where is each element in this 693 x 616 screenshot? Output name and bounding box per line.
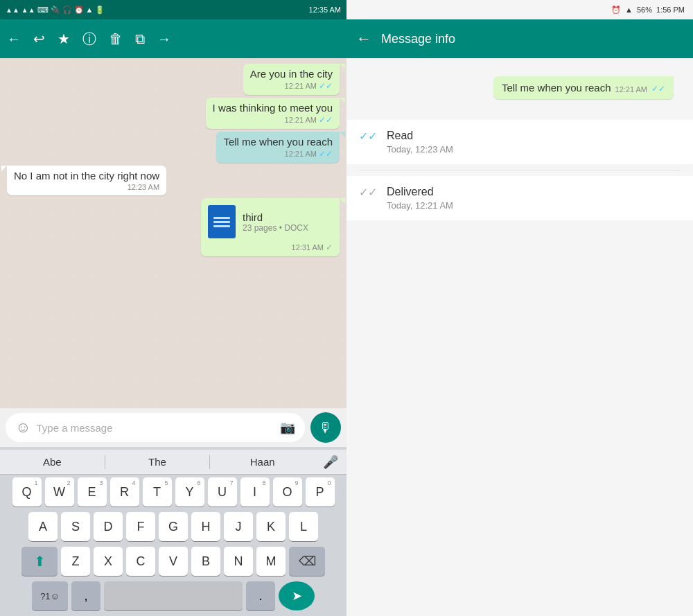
key-J[interactable]: J	[224, 512, 253, 541]
key-N[interactable]: N	[224, 547, 253, 576]
message-info-back-button[interactable]: ←	[356, 30, 371, 48]
input-bar: ☺ Type a message 📷 🎙	[0, 408, 346, 447]
key-num: 9	[295, 479, 298, 486]
info-card-divider	[359, 170, 681, 170]
key-Q[interactable]: 1Q	[12, 477, 42, 507]
reply-button[interactable]: ↩	[33, 30, 45, 47]
keyboard-mic-icon[interactable]: 🎤	[315, 455, 346, 470]
key-X[interactable]: X	[94, 547, 123, 576]
left-time: 12:35 AM	[309, 6, 341, 14]
read-title: Read	[387, 130, 453, 142]
status-bar-left: ▲▲ ▲▲ ⌨ 🔌 🎧 ⏰ ▲ 🔋	[6, 6, 105, 15]
key-G[interactable]: G	[159, 512, 188, 541]
tick-icon: ✓✓	[319, 81, 333, 91]
key-num: 1	[34, 479, 37, 486]
left-status-bar: ▲▲ ▲▲ ⌨ 🔌 🎧 ⏰ ▲ 🔋 12:35 AM	[0, 0, 346, 19]
chat-messages: Are you in the city 12:21 AM ✓✓ I was th…	[0, 58, 346, 408]
doc-line	[213, 217, 230, 219]
message-time: 12:21 AM	[285, 116, 317, 124]
right-wifi-icon: ▲	[625, 6, 633, 14]
key-T[interactable]: 5T	[143, 477, 172, 507]
back-button[interactable]: ←	[7, 31, 21, 47]
emoji-icon[interactable]: ☺	[15, 419, 30, 437]
message-text: No I am not in the city right now	[14, 170, 159, 182]
keyboard[interactable]: Abe The Haan 🎤 1Q 2W 3E 4R 5T 6Y 7U 8I 9…	[0, 447, 346, 616]
key-E[interactable]: 3E	[78, 477, 107, 507]
keyboard-row-1: 1Q 2W 3E 4R 5T 6Y 7U 8I 9O 0P	[0, 475, 346, 509]
keyboard-icon: ⌨	[37, 6, 49, 15]
key-Z[interactable]: Z	[61, 547, 90, 576]
info-button[interactable]: ⓘ	[82, 30, 96, 49]
key-A[interactable]: A	[28, 512, 58, 541]
key-C[interactable]: C	[126, 547, 155, 576]
key-H[interactable]: H	[191, 512, 220, 541]
sym-key[interactable]: ?1☺	[32, 581, 68, 610]
message-text: I was thinking to meet you	[213, 102, 333, 114]
message-input-field[interactable]: ☺ Type a message 📷	[6, 413, 305, 442]
key-S[interactable]: S	[61, 512, 90, 541]
message-bubble-doc-5: third 23 pages • DOCX 12:31 AM ✓	[201, 198, 340, 256]
key-V[interactable]: V	[159, 547, 188, 576]
key-num: 2	[67, 479, 70, 486]
battery-icon-left: 🔋	[95, 6, 105, 15]
tick-icon: ✓✓	[319, 115, 333, 125]
doc-info: third 23 pages • DOCX	[243, 211, 333, 233]
key-I[interactable]: 8I	[240, 477, 270, 507]
keyboard-suggestions: Abe The Haan 🎤	[0, 450, 346, 475]
chat-action-bar: ← ↩ ★ ⓘ 🗑 ⧉ →	[0, 19, 346, 58]
message-meta: 12:21 AM ✓✓	[223, 149, 333, 159]
read-sub: Today, 12:23 AM	[387, 144, 453, 155]
key-M[interactable]: M	[256, 547, 286, 576]
suggestion-haan[interactable]: Haan	[210, 456, 315, 468]
alarm-icon-left: ⏰	[74, 6, 84, 15]
suggestion-the[interactable]: The	[105, 456, 210, 468]
key-W[interactable]: 2W	[45, 477, 74, 507]
message-time: 12:23 AM	[128, 183, 159, 191]
keyboard-row-2: A S D F G H J K L	[0, 509, 346, 544]
camera-icon[interactable]: 📷	[280, 420, 295, 435]
message-time: 12:21 AM	[285, 82, 317, 90]
tick-icon: ✓	[326, 243, 333, 252]
dot-key[interactable]: .	[246, 581, 275, 610]
delete-key[interactable]: ⌫	[289, 547, 325, 576]
right-battery-text: 56%	[637, 6, 652, 14]
delivered-sub: Today, 12:21 AM	[387, 200, 453, 211]
star-button[interactable]: ★	[58, 30, 70, 47]
message-bubble-sent-2: I was thinking to meet you 12:21 AM ✓✓	[206, 98, 340, 129]
delete-button[interactable]: 🗑	[109, 31, 123, 47]
key-K[interactable]: K	[256, 512, 286, 541]
key-P[interactable]: 0P	[306, 477, 335, 507]
copy-button[interactable]: ⧉	[135, 31, 145, 47]
key-L[interactable]: L	[289, 512, 318, 541]
forward-button[interactable]: →	[157, 31, 171, 47]
shift-key[interactable]: ⬆	[21, 547, 58, 576]
space-key[interactable]	[104, 581, 243, 610]
message-preview-container: Tell me when you reach 12:21 AM ✓✓	[346, 58, 693, 114]
right-alarm-icon: ⏰	[611, 6, 621, 15]
signal-icon: ▲▲	[6, 6, 19, 14]
message-input-placeholder[interactable]: Type a message	[36, 422, 274, 434]
message-preview-bubble: Tell me when you reach 12:21 AM ✓✓	[493, 76, 674, 99]
wifi-icon-left: ▲	[86, 6, 94, 14]
key-U[interactable]: 7U	[208, 477, 237, 507]
key-R[interactable]: 4R	[110, 477, 139, 507]
key-F[interactable]: F	[126, 512, 155, 541]
key-Y[interactable]: 6Y	[175, 477, 204, 507]
key-D[interactable]: D	[94, 512, 123, 541]
delivered-title: Delivered	[387, 186, 453, 198]
key-B[interactable]: B	[191, 547, 220, 576]
key-O[interactable]: 9O	[273, 477, 302, 507]
message-info-action-bar: ← Message info	[346, 19, 693, 58]
doc-name: third	[243, 211, 333, 223]
message-info-content: ✓✓ Read Today, 12:23 AM ✓✓ Delivered Tod…	[346, 114, 693, 616]
message-bubble-sent-3: Tell me when you reach 12:21 AM ✓✓	[216, 132, 340, 163]
message-time: 12:31 AM	[292, 243, 324, 252]
send-key[interactable]: ➤	[279, 581, 315, 610]
read-info-card: ✓✓ Read Today, 12:23 AM	[346, 120, 693, 164]
mic-button[interactable]: 🎙	[310, 412, 341, 443]
read-info-text: Read Today, 12:23 AM	[387, 130, 453, 155]
key-num: 3	[99, 479, 103, 486]
comma-key[interactable]: ,	[71, 581, 100, 610]
suggestion-abe[interactable]: Abe	[0, 456, 105, 468]
message-meta: 12:23 AM	[14, 183, 159, 191]
